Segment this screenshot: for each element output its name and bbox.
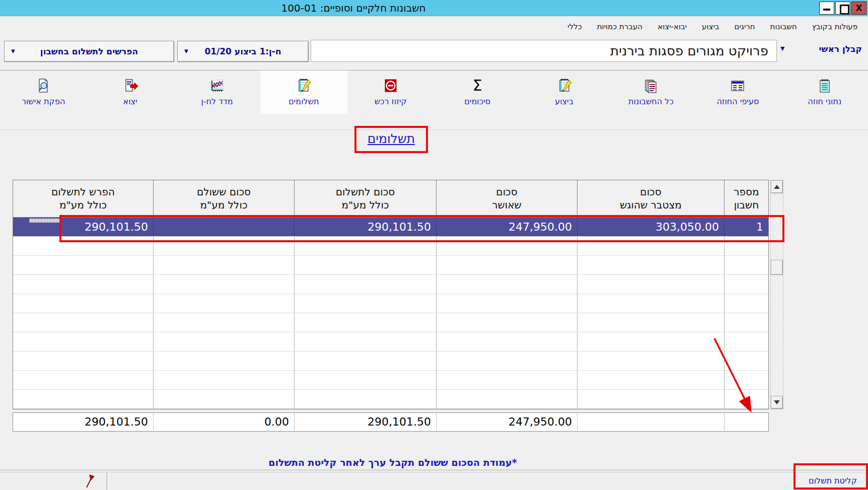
table-cell-empty[interactable] bbox=[724, 294, 768, 313]
menu-item-accounts[interactable]: חשבונות bbox=[763, 22, 805, 31]
table-row-empty[interactable] bbox=[13, 256, 768, 275]
column-header-cumulative-submitted[interactable]: סכוםמצטבר שהוגש bbox=[577, 180, 724, 217]
table-cell-empty[interactable] bbox=[577, 352, 724, 370]
table-cell-empty[interactable] bbox=[577, 390, 724, 408]
table-cell-empty[interactable] bbox=[13, 332, 153, 351]
table-cell-empty[interactable] bbox=[577, 237, 724, 255]
table-cell-empty[interactable] bbox=[13, 352, 153, 370]
column-header-difference-incl-vat[interactable]: הפרש לתשלוםכולל מע"מ bbox=[13, 180, 153, 217]
table-cell-empty[interactable] bbox=[436, 390, 577, 408]
table-cell-empty[interactable] bbox=[13, 371, 153, 389]
table-cell-empty[interactable] bbox=[294, 237, 436, 255]
column-header-payable-incl-vat[interactable]: סכום לתשלוםכולל מע"מ bbox=[294, 180, 436, 217]
view-selector[interactable]: ▼ הפרשים לתשלום בחשבון bbox=[4, 41, 174, 62]
tab-execution[interactable]: ביצוע bbox=[521, 71, 607, 114]
cell-approved[interactable]: 247,950.00 bbox=[436, 218, 577, 236]
menu-item-quantity-transfer[interactable]: העברת כמויות bbox=[590, 22, 650, 31]
table-cell-empty[interactable] bbox=[294, 294, 436, 313]
table-cell-empty[interactable] bbox=[153, 237, 294, 255]
table-cell-empty[interactable] bbox=[153, 390, 294, 408]
table-cell-empty[interactable] bbox=[153, 294, 294, 313]
table-cell-empty[interactable] bbox=[153, 332, 294, 351]
scroll-up-button[interactable] bbox=[771, 180, 783, 193]
payment-entry-button[interactable]: קליטת תשלום bbox=[809, 476, 857, 485]
pushpin-icon[interactable] bbox=[83, 474, 97, 489]
table-cell-empty[interactable] bbox=[724, 390, 768, 408]
account-selector[interactable]: ▼ ח-ן:1 ביצוע 01/20 bbox=[177, 41, 309, 62]
table-cell-empty[interactable] bbox=[153, 352, 294, 370]
menu-item-execution[interactable]: ביצוע bbox=[694, 22, 727, 31]
table-cell-empty[interactable] bbox=[436, 313, 577, 332]
table-cell-empty[interactable] bbox=[294, 390, 436, 408]
table-cell-empty[interactable] bbox=[13, 294, 153, 313]
tab-all-accounts[interactable]: כל החשבונות bbox=[608, 71, 694, 114]
table-cell-empty[interactable] bbox=[724, 237, 768, 255]
menu-item-general[interactable]: כללי bbox=[560, 22, 589, 31]
vertical-scrollbar[interactable] bbox=[770, 180, 783, 409]
tab-procurement-offset[interactable]: קיזוז רכש bbox=[347, 71, 434, 114]
column-header-approved[interactable]: סכוםשאושר bbox=[436, 180, 577, 217]
table-cell-empty[interactable] bbox=[13, 237, 153, 255]
menu-item-file-actions[interactable]: פעולות בקובץ bbox=[805, 22, 865, 31]
scrollbar-thumb[interactable] bbox=[771, 260, 783, 275]
tab-summaries[interactable]: Σ סיכומים bbox=[434, 71, 521, 114]
table-cell-empty[interactable] bbox=[153, 256, 294, 274]
table-cell-empty[interactable] bbox=[436, 237, 577, 255]
table-cell-empty[interactable] bbox=[436, 275, 577, 294]
table-cell-empty[interactable] bbox=[13, 275, 153, 294]
table-row-empty[interactable] bbox=[13, 332, 768, 352]
table-cell-empty[interactable] bbox=[294, 332, 436, 351]
table-cell-empty[interactable] bbox=[294, 313, 436, 332]
close-button[interactable]: X bbox=[851, 2, 866, 15]
table-cell-empty[interactable] bbox=[724, 275, 768, 294]
project-name-field[interactable]: פרויקט מגורים פסגות בירנית bbox=[311, 40, 777, 62]
tab-issue-approval[interactable]: הפקת אישור bbox=[0, 71, 87, 114]
table-cell-empty[interactable] bbox=[153, 275, 294, 294]
table-cell-empty[interactable] bbox=[577, 371, 724, 389]
cell-cumulative-submitted[interactable]: 303,050.00 bbox=[577, 218, 724, 236]
table-cell-empty[interactable] bbox=[724, 256, 768, 274]
table-cell-empty[interactable] bbox=[577, 275, 724, 294]
table-cell-empty[interactable] bbox=[153, 371, 294, 389]
tab-payments[interactable]: תשלומים bbox=[260, 71, 347, 114]
table-cell-empty[interactable] bbox=[436, 371, 577, 389]
table-cell-empty[interactable] bbox=[436, 294, 577, 313]
menu-item-exceptions[interactable]: חריגים bbox=[727, 22, 762, 31]
table-cell-empty[interactable] bbox=[724, 352, 768, 370]
scroll-down-button[interactable] bbox=[771, 396, 783, 409]
tab-contract-data[interactable]: נתוני חוזה bbox=[781, 71, 868, 114]
column-header-account-number[interactable]: מספרחשבון bbox=[724, 180, 768, 217]
table-row-empty[interactable] bbox=[13, 352, 768, 371]
table-cell-empty[interactable] bbox=[153, 313, 294, 332]
table-cell-empty[interactable] bbox=[294, 352, 436, 370]
tab-contract-clauses[interactable]: סעיפי החוזה bbox=[694, 71, 781, 114]
cell-account-number[interactable]: 1 bbox=[724, 218, 768, 236]
table-row-empty[interactable] bbox=[13, 371, 768, 390]
table-cell-empty[interactable] bbox=[13, 256, 153, 274]
table-row-empty[interactable] bbox=[13, 237, 768, 256]
table-row-empty[interactable] bbox=[13, 294, 768, 313]
table-row-selected[interactable]: 1 303,050.00 247,950.00 290,101.50 290,1… bbox=[13, 218, 768, 237]
minimize-button[interactable] bbox=[819, 2, 834, 15]
table-cell-empty[interactable] bbox=[724, 371, 768, 389]
table-row-empty[interactable] bbox=[13, 390, 768, 409]
cell-paid-incl-vat[interactable] bbox=[153, 218, 294, 236]
cell-payable-incl-vat[interactable]: 290,101.50 bbox=[294, 218, 436, 236]
column-header-paid-incl-vat[interactable]: סכום ששולםכולל מע"מ bbox=[153, 180, 294, 217]
table-cell-empty[interactable] bbox=[436, 256, 577, 274]
chevron-down-icon[interactable]: ▼ bbox=[780, 45, 784, 52]
tab-export[interactable]: יצוא bbox=[87, 71, 173, 114]
tab-index[interactable]: מדד לח-ן bbox=[174, 71, 260, 114]
table-cell-empty[interactable] bbox=[294, 256, 436, 274]
table-cell-empty[interactable] bbox=[436, 332, 577, 351]
table-cell-empty[interactable] bbox=[724, 313, 768, 332]
table-row-empty[interactable] bbox=[13, 275, 768, 294]
table-cell-empty[interactable] bbox=[13, 390, 153, 408]
table-cell-empty[interactable] bbox=[577, 332, 724, 351]
table-cell-empty[interactable] bbox=[724, 332, 768, 351]
table-cell-empty[interactable] bbox=[577, 313, 724, 332]
table-cell-empty[interactable] bbox=[577, 294, 724, 313]
table-cell-empty[interactable] bbox=[577, 256, 724, 274]
table-row-empty[interactable] bbox=[13, 313, 768, 332]
table-cell-empty[interactable] bbox=[294, 275, 436, 294]
